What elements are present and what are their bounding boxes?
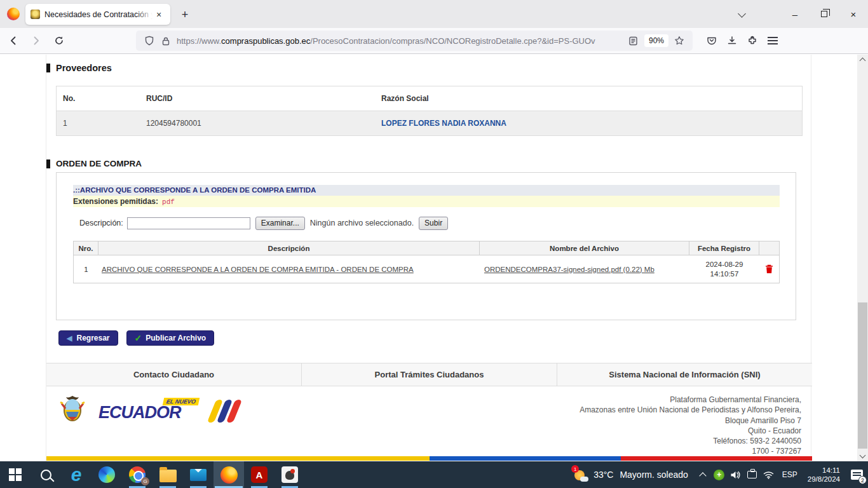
start-button[interactable] [0, 461, 31, 488]
back-button[interactable] [4, 31, 23, 50]
tray-notifications[interactable]: 2 [845, 461, 868, 488]
taskbar-weather-widget[interactable]: 1 33°C Mayorm. soleado [567, 461, 695, 488]
tray-show-hidden-icons[interactable] [695, 461, 711, 488]
tracking-shield-icon[interactable] [141, 32, 158, 49]
minimize-button[interactable]: – [780, 0, 810, 28]
url-path: /ProcesoContratacion/compras/NCO/NCORegi… [310, 36, 595, 46]
footer-link-sni[interactable]: Sistema Nacional de Información (SNI) [557, 363, 812, 386]
new-tab-button[interactable]: + [177, 6, 193, 23]
scroll-down-arrow-icon[interactable] [857, 451, 868, 461]
brand-ecuador: ECUADOR [98, 403, 181, 423]
regresar-button[interactable]: ◀ Regresar [58, 330, 118, 346]
publicar-label: Publicar Archivo [146, 334, 206, 342]
tray-language[interactable]: ESP [777, 470, 803, 479]
zoom-level-button[interactable]: 90% [644, 34, 668, 47]
speaker-icon [730, 470, 741, 480]
address-line: 1700 - 737267 [580, 446, 801, 456]
publicar-archivo-button[interactable]: ✓ Publicar Archivo [126, 330, 215, 346]
address-line: Quito - Ecuador [580, 426, 801, 436]
edge-icon [98, 466, 115, 483]
delete-file-button[interactable] [759, 255, 779, 283]
scroll-up-arrow-icon[interactable] [857, 55, 868, 65]
java-app-icon [281, 466, 298, 483]
taskbar-chrome[interactable]: G [122, 461, 153, 488]
taskbar-firefox[interactable] [214, 461, 244, 488]
browser-titlebar: Necesidades de Contratación y × + – × [0, 0, 868, 28]
taskbar-file-explorer[interactable] [153, 461, 183, 488]
url-text[interactable]: https://www.compraspublicas.gob.ec/Proce… [177, 36, 625, 46]
taskbar-mail[interactable] [183, 461, 214, 488]
footer-link-portal-tramites[interactable]: Portal Trámites Ciudadanos [302, 363, 557, 386]
menu-hamburger-icon[interactable] [763, 31, 783, 50]
col-no: No. [57, 94, 140, 103]
col-actions [759, 241, 779, 255]
forward-button[interactable] [27, 31, 46, 50]
file-row: 1 ARCHIVO QUE CORRESPONDE A LA ORDEN DE … [74, 255, 779, 283]
taskbar-edge[interactable] [92, 461, 122, 488]
tray-antivirus[interactable]: + [711, 461, 728, 488]
taskbar-java-app[interactable] [275, 461, 305, 488]
reader-view-icon[interactable] [625, 32, 642, 49]
screen: Necesidades de Contratación y × + – × [0, 0, 868, 488]
extensions-puzzle-icon[interactable] [742, 31, 763, 50]
file-nro: 1 [74, 255, 98, 283]
footer-tricolor-stripe [46, 456, 812, 461]
subir-button[interactable]: Subir [419, 217, 448, 230]
section-bar [46, 159, 50, 168]
file-date: 2024-08-29 [706, 260, 743, 269]
file-descripcion-link[interactable]: ARCHIVO QUE CORRESPONDE A LA ORDEN DE CO… [102, 266, 414, 273]
brand-stripes [212, 400, 240, 423]
pocket-icon[interactable] [702, 31, 722, 50]
tray-clock[interactable]: 14:11 29/8/2024 [803, 466, 845, 484]
tray-network[interactable] [761, 461, 777, 488]
file-name-link[interactable]: ORDENDECOMPRA37-signed-signed.pdf (0.22)… [484, 266, 654, 273]
reload-button[interactable] [50, 31, 69, 50]
descripcion-label: Descripción: [79, 219, 123, 227]
footer-link-contacto[interactable]: Contacto Ciudadano [46, 363, 302, 386]
regresar-label: Regresar [76, 334, 109, 342]
examinar-button[interactable]: Examinar... [255, 217, 305, 230]
downloads-icon[interactable] [722, 31, 742, 50]
close-button[interactable]: × [839, 0, 868, 28]
tab-close-icon[interactable]: × [153, 8, 165, 21]
proveedor-razon-link[interactable]: LOPEZ FLORES NADIA ROXANNA [381, 119, 506, 128]
scrollbar-thumb[interactable] [858, 302, 867, 449]
files-header-row: Nro. Descripción Nombre del Archivo Fech… [74, 241, 779, 255]
vertical-scrollbar[interactable] [857, 55, 868, 461]
col-nombre-archivo: Nombre del Archivo [480, 241, 689, 255]
check-icon: ✓ [135, 333, 142, 343]
col-razon: Razón Social [375, 94, 802, 103]
taskbar-search-button[interactable] [31, 461, 61, 488]
proveedores-header-row: No. RUC/ID Razón Social [57, 86, 802, 111]
tray-cast[interactable] [744, 461, 761, 488]
restore-button[interactable] [810, 0, 839, 28]
no-file-text: Ningún archivo seleccionado. [310, 219, 414, 227]
chevron-up-icon [699, 472, 706, 479]
tray-volume[interactable] [728, 461, 744, 488]
firefox-logo-icon[interactable] [7, 8, 20, 20]
notification-count-badge: 2 [858, 476, 867, 484]
clock-time: 14:11 [808, 466, 840, 475]
url-bar[interactable]: https://www.compraspublicas.gob.ec/Proce… [136, 30, 693, 51]
orden-box: .::ARCHIVO QUE CORRESPONDE A LA ORDEN DE… [56, 172, 796, 320]
upload-form-row: Descripción: Examinar... Ningún archivo … [79, 216, 448, 230]
taskbar-acrobat[interactable]: A [244, 461, 275, 488]
system-tray: + ESP 14:11 29/8/2024 2 [695, 461, 868, 488]
col-fecha-registro: Fecha Registro [689, 241, 759, 255]
folder-icon [159, 470, 177, 482]
footer-address: Plataforma Gubernamental Financiera, Ama… [580, 395, 801, 457]
descripcion-input[interactable] [127, 217, 250, 229]
tab-title: Necesidades de Contratación y [44, 10, 153, 19]
window-controls: – × [780, 0, 868, 28]
files-table: Nro. Descripción Nombre del Archivo Fech… [73, 241, 780, 283]
taskbar-internet-explorer[interactable]: e [61, 461, 92, 488]
weather-sun-cloud-icon: 1 [573, 468, 588, 482]
search-icon [41, 470, 51, 480]
browser-tab[interactable]: Necesidades de Contratación y × [25, 4, 170, 25]
extensiones-band: Extensiones pemitidas:pdf [73, 196, 780, 207]
list-tabs-chevron-icon[interactable] [732, 6, 751, 23]
lock-icon[interactable] [158, 32, 174, 49]
proveedores-table: No. RUC/ID Razón Social 1 1204594780001 … [56, 86, 803, 136]
extensiones-value: pdf [162, 198, 175, 206]
bookmark-star-icon[interactable] [671, 32, 688, 49]
